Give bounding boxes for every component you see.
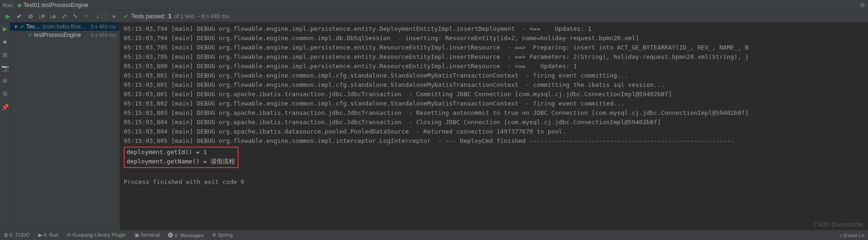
status-count: 1 <box>168 13 171 20</box>
expand-button[interactable]: ⤢ <box>59 11 69 21</box>
exit-line: Process finished with exit code 0 <box>124 177 864 187</box>
pass-icon: ✔ <box>124 13 128 20</box>
console-line: 05:15:03,795 [main] DEBUG org.flowable.e… <box>124 43 864 52</box>
status-mid: of 1 test <box>174 13 194 20</box>
console-line: 05:15:03,803 [main] DEBUG org.apache.iba… <box>124 108 864 118</box>
console-line: 05:15:03,801 [main] DEBUG org.apache.iba… <box>124 90 864 99</box>
run-icon[interactable]: ▶ <box>1 24 9 33</box>
history-icon[interactable]: ⧉ <box>1 90 9 98</box>
watermark: CSDN @aiwokache <box>814 221 863 228</box>
bottom-tab[interactable]: ✲ Spring <box>212 232 233 238</box>
main-area: ▶ ■ ⊞ 📷 ✲ ⧉ 📌 ▾✔Test01 (com.bobo.flowabl… <box>0 22 868 230</box>
tree-item-name: Test01 <box>26 23 41 30</box>
bottom-tab[interactable]: ⟳ Kunpeng Library Plugin <box>67 232 126 238</box>
pin-icon[interactable]: 📌 <box>1 103 9 111</box>
export-button[interactable]: » <box>109 11 119 21</box>
separator <box>106 12 106 21</box>
bottom-tab[interactable]: ⓿ 0: Messages <box>168 233 204 238</box>
bottom-tab[interactable]: ▶ 4: Run <box>38 232 58 238</box>
run-label: Run: <box>3 2 14 8</box>
run-header: Run: ◆ Test01.testProcessEngine ⚙ <box>0 0 868 10</box>
tests-status: ✔ Tests passed: 1 of 1 test – 8 s 493 ms <box>124 13 229 20</box>
status-prefix: Tests passed: <box>131 13 165 20</box>
tree-item-name: testProcessEngine <box>34 32 81 38</box>
stop-icon[interactable]: ■ <box>1 37 9 46</box>
console-line: 05:15:03,794 [main] DEBUG org.flowable.e… <box>124 34 864 43</box>
tree-item-time: 8 s 493 ms <box>91 32 118 38</box>
collapse-button[interactable]: ⤡ <box>70 11 80 21</box>
bottom-bar: ≣ 6: TODO▶ 4: Run⟳ Kunpeng Library Plugi… <box>0 230 868 240</box>
highlight-box: deployment.getId() = 1deployment.getName… <box>124 147 239 168</box>
console-line: 05:15:03,805 [main] DEBUG org.flowable.e… <box>124 136 864 146</box>
console-line: 05:15:03,794 [main] DEBUG org.flowable.e… <box>124 24 864 34</box>
console-line: 05:15:03,795 [main] DEBUG org.flowable.e… <box>124 52 864 62</box>
layout-icon[interactable]: ⊞ <box>1 50 9 59</box>
test-toolbar: ▶ ✔ ⊘ ↓≡ ↓ᴀ ⤢ ⤡ ↑ ↓ » ✔ Tests passed: 1 … <box>0 10 868 22</box>
run-config-icon: ◆ <box>17 2 21 8</box>
check-icon: ✔ <box>20 24 24 30</box>
tree-item-time: 8 s 493 ms <box>91 24 118 29</box>
bottom-tab[interactable]: ≣ 6: TODO <box>4 232 30 238</box>
rerun-button[interactable]: ▶ <box>3 11 13 21</box>
console-line: 05:15:03,801 [main] DEBUG org.flowable.e… <box>124 80 864 90</box>
status-time: – 8 s 493 ms <box>197 13 229 20</box>
gear-icon[interactable]: ⚙ <box>860 2 865 8</box>
console-output[interactable]: 05:15:03,794 [main] DEBUG org.flowable.e… <box>120 22 868 230</box>
tree-row[interactable]: ✔testProcessEngine8 s 493 ms <box>10 31 120 39</box>
console-line: deployment.getName() = 请假流程 <box>127 157 235 166</box>
check-icon: ✔ <box>28 32 32 38</box>
console-line: 05:15:03,800 [main] DEBUG org.flowable.e… <box>124 62 864 71</box>
tree-item-pkg: (com.bobo.flowable.t <box>42 23 89 30</box>
console-line: 05:15:03,801 [main] DEBUG org.flowable.e… <box>124 71 864 80</box>
console-line: deployment.getId() = 1 <box>127 148 235 157</box>
toggle-pass-button[interactable]: ✔ <box>14 11 24 21</box>
sort-alpha-button[interactable]: ↓ᴀ <box>48 11 58 21</box>
console-line: 05:15:03,804 [main] DEBUG org.apache.iba… <box>124 118 864 127</box>
prev-fail-button[interactable]: ↑ <box>81 11 92 21</box>
bottom-tab[interactable]: ▣ Terminal <box>134 232 160 238</box>
console-line: 05:15:03,802 [main] DEBUG org.flowable.e… <box>124 99 864 108</box>
settings-icon[interactable]: ✲ <box>1 77 9 85</box>
console-line: 05:15:03,804 [main] DEBUG org.apache.iba… <box>124 127 864 136</box>
test-tree[interactable]: ▾✔Test01 (com.bobo.flowable.t8 s 493 ms … <box>10 22 120 230</box>
next-fail-button[interactable]: ↓ <box>92 11 103 21</box>
event-log-tab[interactable]: ⌂ Event Lo <box>840 233 864 238</box>
run-config[interactable]: ◆ Test01.testProcessEngine <box>17 2 88 8</box>
left-gutter: ▶ ■ ⊞ 📷 ✲ ⧉ 📌 <box>0 22 10 230</box>
camera-icon[interactable]: 📷 <box>1 64 9 72</box>
sort-button[interactable]: ↓≡ <box>36 11 47 21</box>
chevron-down-icon[interactable]: ▾ <box>14 23 18 30</box>
toggle-ignored-button[interactable]: ⊘ <box>25 11 35 21</box>
tree-row[interactable]: ▾✔Test01 (com.bobo.flowable.t8 s 493 ms <box>10 22 120 31</box>
run-config-name: Test01.testProcessEngine <box>23 2 88 8</box>
